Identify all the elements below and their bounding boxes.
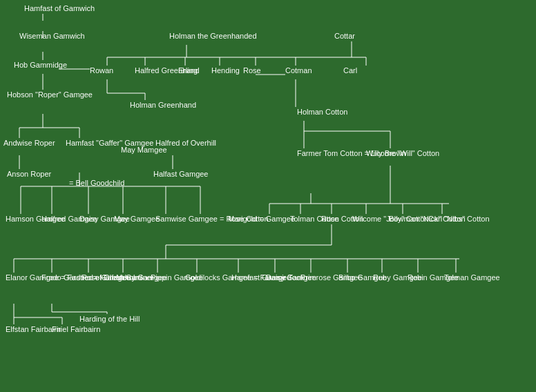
- node-tolman_g: Tolman Gamgee: [444, 273, 500, 282]
- node-hob: Hob Gammidge: [14, 60, 67, 70]
- node-carl_nibs: Carl "Nibs" Cotton: [428, 214, 490, 224]
- node-anson: Anson Roper: [7, 169, 51, 179]
- node-halfred_oh: Halfred of Overhill: [155, 138, 216, 148]
- node-harding: Harding of the Hill: [79, 314, 140, 324]
- node-holman_cotton: Holman Cotton: [297, 107, 347, 117]
- node-holman_gh2: Holman Greenhand: [130, 100, 196, 110]
- node-firiel: Firiel Fairbairn: [52, 324, 100, 334]
- node-cotman: Cotman: [285, 66, 312, 75]
- node-rowan: Rowan: [90, 66, 113, 75]
- node-andwise: Andwise Roper: [3, 138, 55, 148]
- node-carl_gh: Carl: [343, 66, 357, 75]
- node-hending: Hending: [211, 66, 240, 75]
- node-halfast: Halfast Gamgee: [153, 169, 208, 179]
- node-hamfast: Hamfast of Gamwich: [24, 3, 95, 13]
- node-marigold: Marigold = Gamgee: [228, 214, 295, 224]
- node-cottar: Cottar: [334, 31, 355, 41]
- node-wiseman: Wiseman Gamwich: [19, 31, 85, 41]
- node-erling: Erling: [178, 66, 198, 75]
- node-hobson: Hobson "Roper" Gamgee: [7, 90, 93, 99]
- node-wilcome_will: Wilcome "Will" Cotton: [366, 148, 439, 158]
- node-may_g: May Gamgee: [114, 214, 160, 224]
- node-bell: = Bell Goodchild: [69, 178, 124, 188]
- family-tree: Hamfast of GamwichWiseman GamwichHob Gam…: [0, 0, 536, 392]
- node-holman_gh: Holman the Greenhanded: [169, 31, 257, 41]
- node-rose_gh: Rose: [243, 66, 261, 75]
